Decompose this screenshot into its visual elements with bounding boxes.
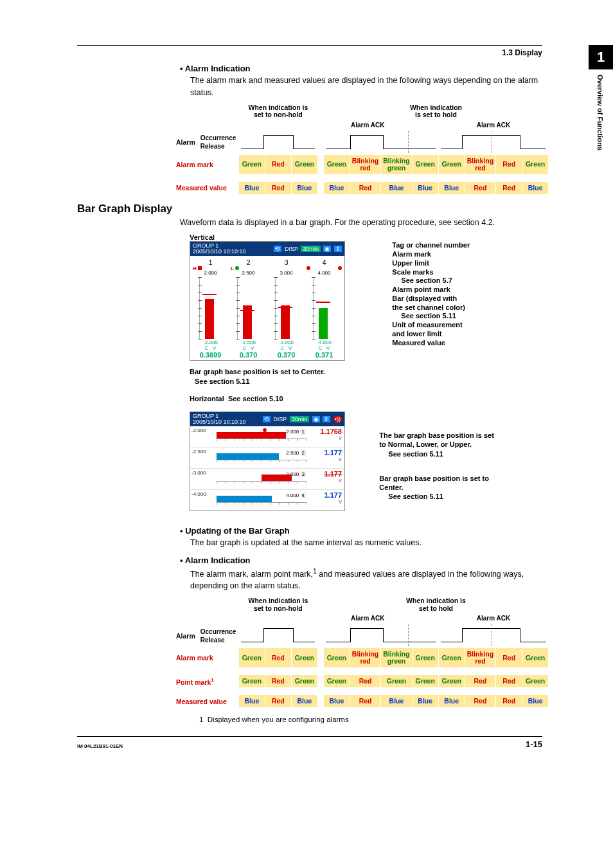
callout-block: The bar graph base position is setto Nor… <box>379 431 493 458</box>
horizontal-bar-row: -2.500 2.500 2 1.177V <box>190 447 344 468</box>
bar-channel: 4 4.000 -4.000 C V 0.371 <box>305 257 343 359</box>
page-number: 1-15 <box>526 739 542 749</box>
ack-label-2: Alarm ACK <box>438 120 548 130</box>
callout-line: Alarm point mark <box>392 285 470 294</box>
alarm-indication-heading-2: Alarm Indication <box>180 556 542 565</box>
diag2-row-measured-value: Measured value Blue Red Blue Blue Red Bl… <box>173 695 549 708</box>
page-footer: IM 04L21B01-01EN 1-15 <box>77 736 542 749</box>
resize-icon: ⇕ <box>334 246 342 252</box>
panel-header: GROUP 1 2005/10/10 10:10:10 ⟲ DISP 30min… <box>190 242 344 256</box>
horizontal-bar-row: -3.000 3.000 3 1.177V <box>190 468 344 489</box>
chapter-number: 1 <box>589 45 613 69</box>
callout-line: Scale marks <box>392 268 470 277</box>
camera-icon: ◉ <box>312 416 320 422</box>
hold-label: When indication is set to hold <box>323 103 548 120</box>
bar-channel: 3 3.000 -3.000 C V 0.370 <box>267 257 305 359</box>
ack-label-1: Alarm ACK <box>323 120 412 130</box>
vertical-label: Vertical <box>190 233 542 241</box>
diag2-row-alarm-mark: Alarm mark Green Red Green Green Blinkin… <box>173 648 549 668</box>
camera-icon: ◉ <box>323 246 331 252</box>
alarm-indication-body-2: The alarm mark, alarm point mark,1 and m… <box>190 566 542 593</box>
callout-block: Bar graph base position is set toCenter.… <box>379 474 493 502</box>
footnote: 1 Displayed when you are configuring ala… <box>199 716 542 723</box>
panel-header-h: GROUP 1 2005/10/10 10:10:10 ⟲ DISP 30min… <box>190 412 344 426</box>
diag2-row-point-mark: Point mark1 Green Red Green Green Red Gr… <box>173 675 549 688</box>
callout-line: Bar (displayed with <box>392 294 470 303</box>
timeline-hold-2 <box>438 130 548 155</box>
timeline-nonhold <box>238 130 317 155</box>
disp-icon: ⟲ <box>263 416 271 422</box>
diag1-row-alarm-mark: Alarm mark Green Red Green Green Blinkin… <box>173 154 549 174</box>
alarm-state-diagram-2: When indication is set to non-hold When … <box>173 596 542 708</box>
updating-heading: Updating of the Bar Graph <box>180 526 542 536</box>
callout-line: Unit of measurement <box>392 321 470 330</box>
horizontal-bar-row: -4.000 4.000 4 1.177V <box>190 489 344 511</box>
sound-icon: •)) <box>333 416 342 422</box>
horizontal-callouts: The bar graph base position is setto Nor… <box>379 431 493 517</box>
vertical-callouts: Tag or channel numberAlarm markUpper lim… <box>392 241 470 347</box>
resize-icon: ⇕ <box>323 416 330 422</box>
time-badge: 30min <box>290 416 310 422</box>
vertical-bar-panel: GROUP 1 2005/10/10 10:10:10 ⟲ DISP 30min… <box>190 241 345 361</box>
section-header: 1.3 Display <box>77 48 542 57</box>
vertical-caption: Bar graph base position is set to Center… <box>190 367 542 386</box>
updating-body: The bar graph is updated at the same int… <box>190 537 542 549</box>
callout-line: the set channel color) <box>392 303 470 312</box>
doc-id: IM 04L21B01-01EN <box>77 743 123 749</box>
horizontal-label: Horizontal See section 5.10 <box>190 395 542 402</box>
callout-line: See section 5.7 <box>392 276 470 285</box>
chapter-title: Overview of Functions <box>596 69 604 150</box>
occurrence-release: OccurrenceRelease <box>198 130 239 155</box>
time-badge: 30min <box>301 246 321 252</box>
nonhold-label-2: When indication is set to non-hold <box>238 596 317 613</box>
alarm-indication-heading: Alarm Indication <box>180 64 542 73</box>
callout-line: Upper limit <box>392 259 470 268</box>
bar-channel: 1 H 2.000 -2.000 C V 0.3699 <box>191 257 229 359</box>
alarm-indication-body: The alarm mark and measured values are d… <box>190 75 542 99</box>
bar-channel: 2 L 2.500 -2.500 C V 0.370 <box>229 257 267 359</box>
horizontal-bar-panel: GROUP 1 2005/10/10 10:10:10 ⟲ DISP 30min… <box>190 411 345 511</box>
vertical-bar-figure: GROUP 1 2005/10/10 10:10:10 ⟲ DISP 30min… <box>190 241 549 361</box>
callout-line: See section 5.11 <box>392 312 470 321</box>
disp-icon: ⟲ <box>274 246 281 252</box>
horizontal-bar-row: -2.000 2.000 1 1.1768V <box>190 426 344 447</box>
callout-line: Tag or channel number <box>392 241 470 250</box>
chapter-tab: 1 Overview of Functions <box>589 45 613 150</box>
bar-graph-display-heading: Bar Graph Display <box>77 203 542 215</box>
alarm-state-diagram-1: When indication is set to non-hold When … <box>173 103 542 195</box>
diag1-row-measured-value: Measured value Blue Red Blue Blue Red Bl… <box>173 181 549 194</box>
hold-label-2: When indication is set to hold <box>323 596 548 613</box>
header-icons: ⟲ DISP 30min ◉ ⇕ <box>272 246 342 252</box>
timeline-hold-1 <box>323 130 438 155</box>
callout-line: and lower limit <box>392 330 470 339</box>
horizontal-bar-figure: GROUP 1 2005/10/10 10:10:10 ⟲ DISP 30min… <box>190 411 549 517</box>
nonhold-label: When indication is set to non-hold <box>238 103 317 120</box>
bar-graph-display-body: Waveform data is displayed in a bar grap… <box>180 217 542 229</box>
callout-line: Measured value <box>392 339 470 348</box>
alarm-label: Alarm <box>173 130 198 155</box>
callout-line: Alarm mark <box>392 250 470 259</box>
